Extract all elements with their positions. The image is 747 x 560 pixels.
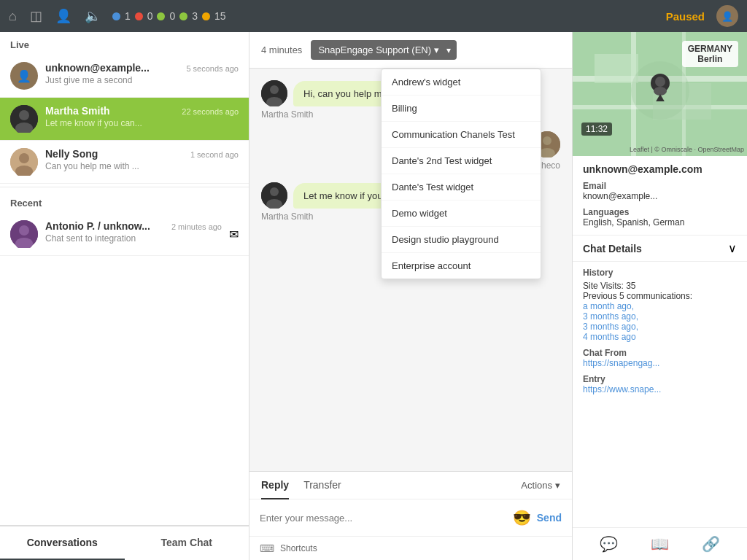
shortcuts-bar: ⌨ Shortcuts <box>249 536 572 560</box>
svg-point-27 <box>655 77 665 87</box>
chat-details-toggle[interactable]: Chat Details ∨ <box>573 235 747 262</box>
volume-icon[interactable]: 🔈 <box>85 8 101 24</box>
paused-button[interactable]: Paused <box>666 10 705 23</box>
dropdown-item[interactable]: Design studio playground <box>382 227 541 253</box>
chat-details-label: Chat Details <box>583 243 642 254</box>
count-blue: 1 <box>125 10 131 22</box>
graph-icon[interactable]: ◫ <box>30 8 42 24</box>
dot-red <box>135 12 143 20</box>
tab-conversations[interactable]: Conversations <box>0 526 125 560</box>
conv-info: Nelly Song 1 second ago Can you help me … <box>45 148 239 171</box>
tab-reply[interactable]: Reply <box>261 472 289 499</box>
map-time: 11:32 <box>581 122 612 136</box>
conv-time: 2 minutes ago <box>171 222 222 231</box>
conv-time: 1 second ago <box>190 150 239 159</box>
svg-marker-29 <box>655 94 665 101</box>
map-attribution: Leaflet | © Omniscale · OpenStreetMap <box>630 146 744 153</box>
dot-blue <box>112 12 120 20</box>
list-item[interactable]: Martha Smith 22 seconds ago Let me know … <box>0 98 249 141</box>
message-input[interactable] <box>260 513 507 524</box>
actions-button[interactable]: Actions ▾ <box>521 480 560 491</box>
widget-select-wrapper[interactable]: SnapEngage Support (EN) ▾ <box>311 40 456 60</box>
right-content: unknown@example.com Email known@example.… <box>573 156 747 235</box>
languages-value: English, Spanish, German <box>583 217 737 228</box>
conv-info: Martha Smith 22 seconds ago Let me know … <box>45 105 239 128</box>
widget-select[interactable]: SnapEngage Support (EN) ▾ <box>311 40 456 60</box>
dropdown-item[interactable]: Enterprise account <box>382 253 541 279</box>
sidebar: Live 👤 unknown@example... 5 seconds ago … <box>0 32 249 560</box>
message-input-area: 😎 Send <box>249 499 572 536</box>
email-label: Email <box>583 181 737 191</box>
dropdown-item[interactable]: Dante's Test widget <box>382 174 541 201</box>
dropdown-item[interactable]: Dante's 2nd Test widget <box>382 148 541 174</box>
book-icon[interactable]: 📖 <box>651 535 669 553</box>
history-link[interactable]: 4 months ago <box>583 332 737 342</box>
prev-comms: Previous 5 communications: <box>583 291 737 301</box>
map-pin <box>649 72 671 104</box>
widget-dropdown[interactable]: Andrew's widget Billing Communication Ch… <box>381 69 541 279</box>
right-footer: 💬 📖 🔗 <box>573 527 747 560</box>
map-city-label: GERMANYBerlin <box>682 41 738 67</box>
send-button[interactable]: Send <box>537 512 562 524</box>
avatar: 👤 <box>10 62 38 90</box>
svg-rect-23 <box>595 54 638 83</box>
right-panel: GERMANYBerlin 11:32 Leaflet | © Omniscal… <box>572 32 747 560</box>
svg-point-7 <box>19 225 29 236</box>
dropdown-item[interactable]: Demo widget <box>382 201 541 227</box>
list-item[interactable]: 👤 unknown@example... 5 seconds ago Just … <box>0 55 249 98</box>
conv-name: Martha Smith <box>45 105 110 117</box>
conv-info: Antonio P. / unknow... 2 minutes ago Cha… <box>45 220 222 244</box>
list-item[interactable]: Antonio P. / unknow... 2 minutes ago Cha… <box>0 213 249 256</box>
dropdown-item[interactable]: Communication Chanels Test <box>382 122 541 148</box>
conv-name: Nelly Song <box>45 148 98 160</box>
list-item[interactable]: Nelly Song 1 second ago Can you help me … <box>0 141 249 184</box>
msg-sender: Martha Smith <box>261 109 313 120</box>
avatar <box>10 105 38 133</box>
conv-preview: Just give me a second <box>45 75 239 85</box>
history-link[interactable]: 3 months ago, <box>583 311 737 322</box>
nav-icons: ⌂ ◫ 👤 🔈 <box>9 8 101 24</box>
email-value: known@example... <box>583 191 737 201</box>
home-icon[interactable]: ⌂ <box>9 9 17 24</box>
live-header: Live <box>0 32 249 55</box>
count-red: 0 <box>147 10 153 22</box>
history-link[interactable]: a month ago, <box>583 301 737 311</box>
chat-icon[interactable]: 💬 <box>600 535 618 553</box>
avatar[interactable]: 👤 <box>716 5 738 27</box>
avatar <box>261 182 287 209</box>
history-link[interactable]: 3 months ago, <box>583 322 737 332</box>
msg-sender: Martha Smith <box>261 211 313 222</box>
emoji-button[interactable]: 😎 <box>513 509 531 526</box>
status-dots: 1 0 0 3 15 <box>112 10 226 22</box>
contacts-icon[interactable]: 👤 <box>55 8 71 24</box>
history-label: History <box>583 268 737 278</box>
dropdown-item[interactable]: Billing <box>382 96 541 122</box>
conv-preview: Let me know if you can... <box>45 118 239 128</box>
conv-name: Antonio P. / unknow... <box>45 220 150 232</box>
avatar <box>261 80 287 106</box>
chat-header: 4 minutes SnapEngage Support (EN) ▾ <box>249 32 572 69</box>
count-green1: 0 <box>169 10 175 22</box>
chat-footer-tabs: Reply Transfer Actions ▾ <box>249 472 572 499</box>
entry-link[interactable]: https://www.snape... <box>583 384 737 394</box>
chevron-down-icon: ∨ <box>728 241 737 255</box>
keyboard-icon: ⌨ <box>260 542 274 554</box>
chat-from-link[interactable]: https://snapengag... <box>583 358 737 368</box>
tab-transfer[interactable]: Transfer <box>303 472 341 499</box>
sidebar-footer: Conversations Team Chat <box>0 525 249 560</box>
tab-teamchat[interactable]: Team Chat <box>125 526 249 560</box>
chat-time: 4 minutes <box>261 44 302 55</box>
map-placeholder: GERMANYBerlin 11:32 Leaflet | © Omniscal… <box>573 32 747 156</box>
conv-name: unknown@example... <box>45 62 150 74</box>
svg-point-1 <box>19 110 29 120</box>
count-total: 15 <box>214 10 226 22</box>
dot-orange <box>202 12 210 20</box>
chat-panel: 4 minutes SnapEngage Support (EN) ▾ Andr… <box>249 32 572 560</box>
map-area: GERMANYBerlin 11:32 Leaflet | © Omniscal… <box>573 32 747 156</box>
svg-point-16 <box>270 187 279 196</box>
link-icon[interactable]: 🔗 <box>702 535 720 553</box>
shortcuts-label: Shortcuts <box>280 543 317 553</box>
languages-label: Languages <box>583 207 737 217</box>
conv-info: unknown@example... 5 seconds ago Just gi… <box>45 62 239 85</box>
dropdown-item[interactable]: Andrew's widget <box>382 69 541 96</box>
